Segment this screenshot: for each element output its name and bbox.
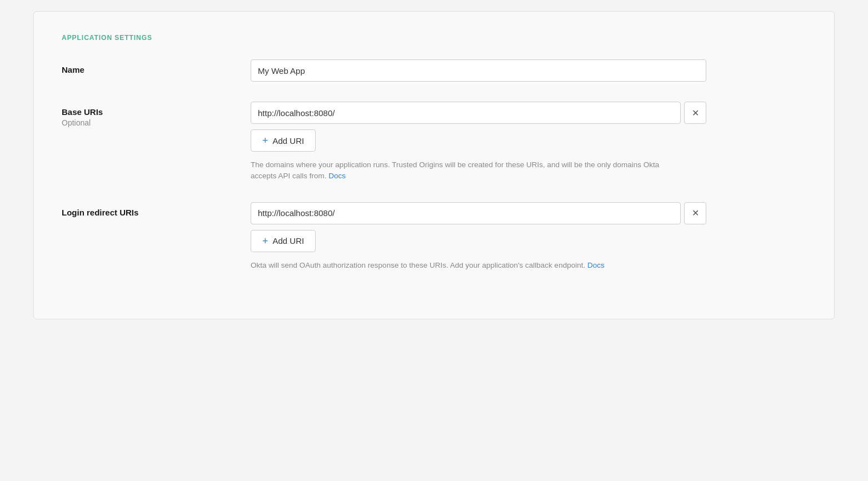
base-uris-control-col: ✕ + Add URI The domains where your appli… (251, 102, 706, 182)
application-settings-card: APPLICATION SETTINGS Name (33, 11, 835, 319)
login-redirect-label: Login redirect URIs (62, 208, 251, 217)
base-uris-form-row: Base URIs Optional ✕ + Add URI The domai… (62, 102, 806, 182)
close-icon: ✕ (692, 208, 699, 218)
login-redirect-add-button[interactable]: + Add URI (251, 230, 316, 252)
plus-icon: + (262, 236, 268, 246)
name-input-wrapper (251, 59, 706, 82)
login-redirect-control-col: ✕ + Add URI Okta will send OAuth authori… (251, 202, 706, 271)
name-form-row: Name (62, 59, 806, 82)
name-control-col (251, 59, 706, 82)
base-uris-sublabel: Optional (62, 118, 251, 127)
login-redirect-help-text: Okta will send OAuth authorization respo… (251, 260, 673, 271)
base-uri-input[interactable] (251, 102, 681, 124)
login-redirect-docs-link[interactable]: Docs (587, 261, 605, 269)
base-uris-help-text: The domains where your application runs.… (251, 159, 673, 182)
name-input[interactable] (251, 59, 706, 82)
close-icon: ✕ (692, 108, 699, 118)
base-uris-docs-link[interactable]: Docs (328, 172, 346, 180)
plus-icon: + (262, 136, 268, 146)
base-uri-clear-button[interactable]: ✕ (684, 102, 706, 124)
base-uri-add-label: Add URI (273, 136, 305, 146)
login-redirect-label-col: Login redirect URIs (62, 202, 251, 217)
login-redirect-form-row: Login redirect URIs ✕ + Add URI Okta wil… (62, 202, 806, 271)
login-redirect-clear-button[interactable]: ✕ (684, 202, 706, 224)
section-title: APPLICATION SETTINGS (62, 34, 806, 42)
base-uri-add-button[interactable]: + Add URI (251, 129, 316, 152)
name-label: Name (62, 65, 251, 74)
base-uris-label-col: Base URIs Optional (62, 102, 251, 127)
login-redirect-input[interactable] (251, 202, 681, 224)
login-redirect-input-row: ✕ (251, 202, 706, 224)
base-uri-input-row: ✕ (251, 102, 706, 124)
base-uris-label: Base URIs (62, 107, 251, 117)
name-label-col: Name (62, 59, 251, 74)
page-wrapper: APPLICATION SETTINGS Name (0, 11, 868, 319)
login-redirect-add-label: Add URI (273, 236, 305, 245)
